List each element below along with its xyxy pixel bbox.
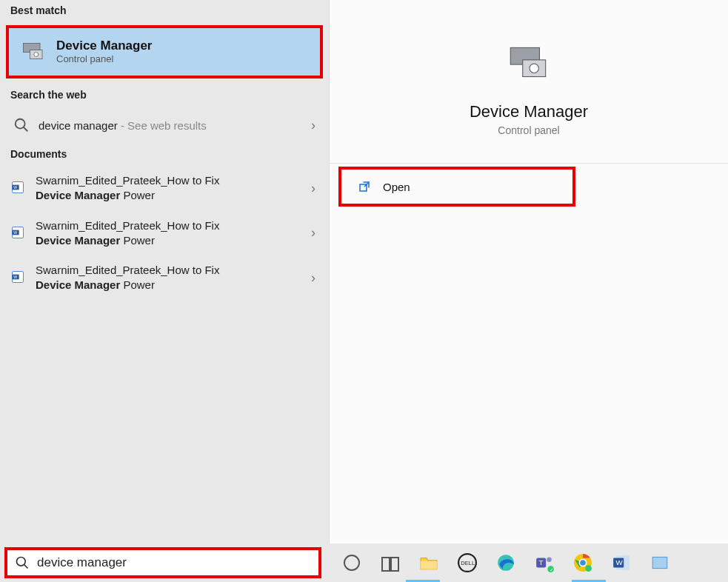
svg-rect-21 — [421, 561, 437, 569]
search-web-label: Search the web — [0, 84, 329, 107]
web-result-row[interactable]: device manager - See web results › — [0, 107, 329, 144]
word-doc-icon: W — [10, 180, 27, 196]
word-doc-icon: W — [10, 270, 27, 286]
svg-line-4 — [24, 127, 28, 132]
svg-text:W: W — [13, 185, 17, 190]
edge-icon[interactable] — [495, 552, 517, 574]
svg-text:✓: ✓ — [550, 567, 554, 572]
chevron-right-icon: › — [311, 181, 315, 196]
best-match-result[interactable]: Device Manager Control panel — [6, 25, 323, 78]
best-match-label: Best match — [0, 0, 329, 22]
app-icon[interactable] — [649, 552, 671, 574]
open-action[interactable]: Open — [338, 167, 575, 207]
document-title: Swarnim_Edited_Prateek_How to Fix Device… — [36, 218, 311, 249]
best-match-subtitle: Control panel — [56, 53, 152, 64]
divider — [330, 163, 728, 164]
word-doc-icon: W — [10, 225, 27, 241]
svg-text:T: T — [538, 558, 543, 566]
document-result[interactable]: W Swarnim_Edited_Prateek_How to Fix Devi… — [0, 255, 329, 301]
taskbar: DELL T✓ W — [0, 543, 728, 582]
teams-icon[interactable]: T✓ — [533, 552, 555, 574]
svg-text:W: W — [615, 558, 623, 566]
svg-text:DELL: DELL — [461, 560, 475, 566]
chevron-right-icon: › — [311, 118, 315, 133]
open-icon — [358, 180, 371, 193]
dell-icon[interactable]: DELL — [456, 552, 478, 574]
search-results-pane: Best match Device Manager Control panel … — [0, 0, 329, 543]
document-title: Swarnim_Edited_Prateek_How to Fix Device… — [36, 263, 311, 293]
search-icon — [13, 117, 30, 133]
device-manager-icon — [19, 37, 47, 65]
svg-point-27 — [547, 557, 552, 562]
open-label: Open — [383, 181, 410, 193]
documents-label: Documents — [0, 144, 329, 166]
word-icon[interactable]: W — [610, 552, 632, 574]
svg-line-20 — [24, 565, 28, 569]
document-result[interactable]: W Swarnim_Edited_Prateek_How to Fix Devi… — [0, 211, 329, 256]
taskbar-search[interactable] — [4, 547, 321, 578]
svg-text:W: W — [13, 230, 17, 234]
preview-subtitle: Control panel — [330, 124, 728, 136]
document-result[interactable]: W Swarnim_Edited_Prateek_How to Fix Devi… — [0, 166, 329, 211]
svg-point-16 — [530, 64, 538, 73]
chevron-right-icon: › — [311, 225, 315, 241]
document-title: Swarnim_Edited_Prateek_How to Fix Device… — [36, 173, 311, 204]
svg-point-32 — [580, 560, 586, 566]
preview-pane: Device Manager Control panel Open — [329, 0, 728, 543]
device-manager-large-icon — [503, 37, 555, 89]
task-view-icon[interactable] — [379, 552, 401, 574]
svg-point-33 — [585, 565, 592, 572]
svg-point-3 — [16, 119, 25, 129]
best-match-title: Device Manager — [56, 39, 152, 53]
search-input[interactable] — [37, 555, 311, 570]
preview-title: Device Manager — [330, 102, 728, 121]
cortana-icon[interactable] — [341, 552, 363, 574]
chevron-right-icon: › — [311, 270, 315, 286]
file-explorer-icon[interactable] — [418, 552, 440, 574]
svg-point-19 — [17, 558, 26, 566]
svg-text:W: W — [13, 275, 17, 279]
svg-rect-37 — [652, 557, 667, 568]
chrome-icon[interactable] — [572, 552, 594, 574]
web-result-text: device manager - See web results — [39, 119, 311, 132]
svg-point-2 — [34, 53, 39, 57]
search-icon — [15, 555, 30, 570]
